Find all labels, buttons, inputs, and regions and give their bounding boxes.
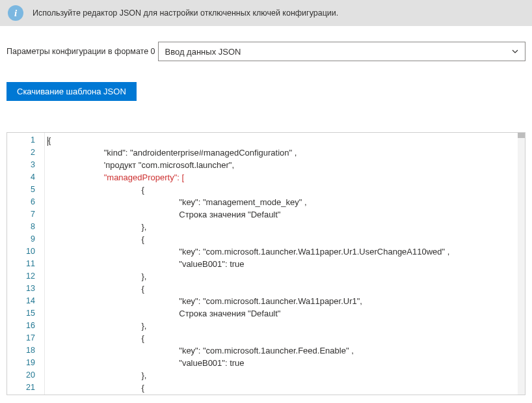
gutter-line-number: 3 bbox=[7, 159, 44, 171]
code-line[interactable]: "valueB001": true bbox=[45, 258, 525, 270]
gutter-line-number: 18 bbox=[7, 344, 44, 357]
gutter-line-number: 2 bbox=[7, 146, 44, 159]
scrollbar-thumb[interactable] bbox=[518, 133, 525, 138]
code-line[interactable]: { bbox=[45, 233, 525, 245]
code-line[interactable]: { bbox=[45, 382, 525, 394]
code-line[interactable]: "key": "management_mode_key" , bbox=[45, 196, 525, 208]
config-format-label: Параметры конфигурации в формате 0 bbox=[7, 47, 155, 56]
gutter-line-number: 17 bbox=[7, 332, 44, 344]
config-format-row: Параметры конфигурации в формате 0 Ввод … bbox=[0, 26, 532, 68]
code-line[interactable]: "key": "com.microsoft.1auncher.Feed.Enab… bbox=[45, 344, 525, 357]
gutter-line-number: 4 bbox=[7, 171, 44, 184]
code-line[interactable]: { bbox=[45, 184, 525, 196]
scrollbar-track[interactable] bbox=[518, 133, 525, 395]
config-format-select[interactable]: Ввод данных JSON bbox=[158, 42, 525, 61]
code-line[interactable]: { bbox=[45, 332, 525, 344]
editor-gutter: 123456789101112131415161718192021 bbox=[7, 133, 45, 395]
gutter-line-number: 10 bbox=[7, 245, 44, 258]
config-format-selected-value: Ввод данных JSON bbox=[165, 47, 241, 57]
code-line[interactable]: { bbox=[45, 134, 525, 146]
json-editor[interactable]: 123456789101112131415161718192021 { "kin… bbox=[7, 132, 525, 395]
code-line[interactable]: "managedProperty": [ bbox=[45, 171, 525, 184]
code-line[interactable]: "key": "com.microsoft.1auncher.Wa11paper… bbox=[45, 245, 525, 258]
gutter-line-number: 15 bbox=[7, 307, 44, 320]
gutter-line-number: 16 bbox=[7, 320, 44, 332]
code-line[interactable]: }, bbox=[45, 221, 525, 233]
gutter-line-number: 19 bbox=[7, 357, 44, 369]
info-banner-text: Используйте редактор JSON для настройки … bbox=[33, 8, 338, 18]
code-line[interactable]: Строка значения "Default" bbox=[45, 208, 525, 221]
gutter-line-number: 5 bbox=[7, 184, 44, 196]
gutter-line-number: 21 bbox=[7, 382, 44, 394]
code-line[interactable]: Строка значения "Default" bbox=[45, 307, 525, 320]
info-banner: i Используйте редактор JSON для настройк… bbox=[0, 0, 532, 26]
code-line[interactable]: }, bbox=[45, 320, 525, 332]
gutter-line-number: 6 bbox=[7, 196, 44, 208]
code-line[interactable]: "valueB001": true bbox=[45, 357, 525, 369]
button-row: Скачивание шаблона JSON bbox=[0, 68, 532, 107]
code-line[interactable]: }, bbox=[45, 369, 525, 382]
gutter-line-number: 8 bbox=[7, 221, 44, 233]
gutter-line-number: 13 bbox=[7, 283, 44, 295]
download-template-button[interactable]: Скачивание шаблона JSON bbox=[7, 82, 137, 101]
gutter-line-number: 14 bbox=[7, 295, 44, 307]
gutter-line-number: 9 bbox=[7, 233, 44, 245]
gutter-line-number: 11 bbox=[7, 258, 44, 270]
gutter-line-number: 20 bbox=[7, 369, 44, 382]
code-line[interactable]: "key": "com.microsoft.1auncher.Wa11paper… bbox=[45, 295, 525, 307]
gutter-line-number: 7 bbox=[7, 208, 44, 221]
info-icon: i bbox=[8, 5, 23, 21]
code-line[interactable]: { bbox=[45, 283, 525, 295]
code-line[interactable]: }, bbox=[45, 270, 525, 283]
code-line[interactable]: "kind": "androidenterprise#managedConfig… bbox=[45, 146, 525, 159]
editor-code-area[interactable]: { "kind": "androidenterprise#managedConf… bbox=[45, 133, 525, 395]
code-line[interactable]: 'продукт "com.microsoft.launcher", bbox=[45, 159, 525, 171]
gutter-line-number: 12 bbox=[7, 270, 44, 283]
gutter-line-number: 1 bbox=[7, 134, 44, 146]
